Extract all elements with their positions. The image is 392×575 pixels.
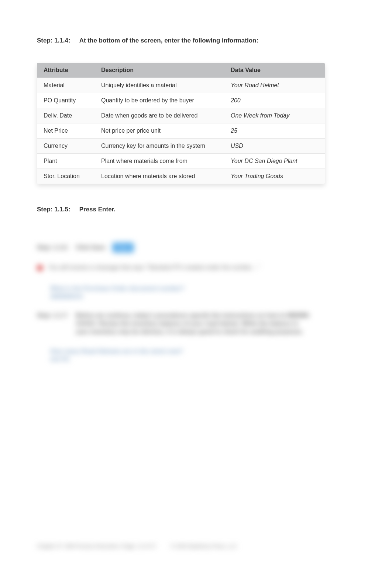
table-row: PO QuantityQuantity to be ordered by the… — [37, 93, 325, 108]
blurred-content: Step: 1.1.6: Click Save Save You will re… — [37, 243, 355, 364]
cell-attribute: Plant — [37, 154, 94, 169]
cell-description: Location where materials are stored — [94, 169, 224, 184]
cell-data-value: Your DC San Diego Plant — [224, 154, 325, 169]
table-row: Deliv. DateDate when goods are to be del… — [37, 108, 325, 123]
blurred-step-action: Click Save — [76, 244, 105, 252]
cell-data-value: Your Road Helmet — [224, 78, 325, 93]
footer-right: © 2020 Epistemy Press, LLC — [171, 543, 237, 549]
cell-attribute: Net Price — [37, 123, 94, 139]
step-label: Step: 1.1.4: — [37, 37, 71, 44]
table-row: MaterialUniquely identifies a materialYo… — [37, 78, 325, 93]
blurred-footer: Chapter 07: MM Process Execution | Page:… — [37, 543, 355, 549]
step-text: At the bottom of the screen, enter the f… — [79, 37, 258, 44]
cell-data-value: One Week from Today — [224, 108, 325, 123]
table-row: Stor. LocationLocation where materials a… — [37, 169, 325, 184]
blurred-notice: You will receive a message that says "St… — [48, 264, 260, 271]
col-data-value: Data Value — [224, 63, 325, 78]
table-header-row: Attribute Description Data Value — [37, 63, 325, 78]
document-page: Step: 1.1.4: At the bottom of the screen… — [0, 0, 392, 575]
blurred-save-badge: Save — [113, 243, 133, 252]
cell-description: Uniquely identifies a material — [94, 78, 224, 93]
col-description: Description — [94, 63, 224, 78]
cell-data-value: Your Trading Goods — [224, 169, 325, 184]
cell-attribute: Currency — [37, 139, 94, 154]
table-row: CurrencyCurrency key for amounts in the … — [37, 139, 325, 154]
cell-data-value: 25 — [224, 123, 325, 139]
attributes-table: Attribute Description Data Value Materia… — [37, 63, 325, 184]
blurred-long-text: Before we continue, today's procedures s… — [76, 312, 312, 336]
blurred-question-1: What is the Purchase Order document numb… — [50, 285, 355, 301]
cell-attribute: Deliv. Date — [37, 108, 94, 123]
col-attribute: Attribute — [37, 63, 94, 78]
cell-attribute: PO Quantity — [37, 93, 94, 108]
cell-description: Plant where materials come from — [94, 154, 224, 169]
cell-attribute: Stor. Location — [37, 169, 94, 184]
step-label: Step: 1.1.5: — [37, 206, 71, 213]
blurred-question-2: How many Road Helmets are in the stock n… — [50, 347, 355, 364]
cell-data-value: USD — [224, 139, 325, 154]
blurred-step-label: Step: 1.1.6: — [37, 244, 68, 252]
footer-left: Chapter 07: MM Process Execution | Page:… — [37, 543, 156, 549]
table-row: PlantPlant where materials come fromYour… — [37, 154, 325, 169]
cell-description: Currency key for amounts in the system — [94, 139, 224, 154]
table-row: Net PriceNet price per price unit25 — [37, 123, 325, 139]
cell-description: Quantity to be ordered by the buyer — [94, 93, 224, 108]
step-1-1-4: Step: 1.1.4: At the bottom of the screen… — [37, 37, 355, 44]
cell-attribute: Material — [37, 78, 94, 93]
step-text: Press Enter. — [79, 206, 116, 213]
cell-description: Date when goods are to be delivered — [94, 108, 224, 123]
cell-data-value: 200 — [224, 93, 325, 108]
blurred-step-label-2: Step: 1.1.7: — [37, 312, 68, 336]
step-1-1-5: Step: 1.1.5: Press Enter. — [37, 206, 355, 213]
cell-description: Net price per price unit — [94, 123, 224, 139]
blurred-bullet-icon — [37, 265, 43, 271]
